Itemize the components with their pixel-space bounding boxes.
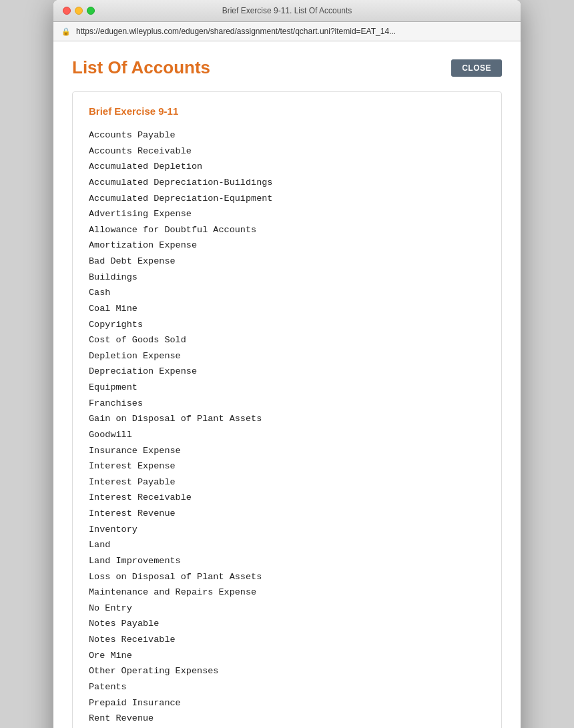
lock-icon: 🔒 bbox=[61, 27, 71, 36]
list-item: Insurance Expense bbox=[89, 443, 485, 459]
list-item: Interest Receivable bbox=[89, 490, 485, 506]
list-item: Goodwill bbox=[89, 427, 485, 443]
list-item: Ore Mine bbox=[89, 648, 485, 664]
list-item: Interest Expense bbox=[89, 458, 485, 474]
exercise-title: Brief Exercise 9-11 bbox=[89, 105, 485, 117]
list-item: Equipment bbox=[89, 380, 485, 396]
accounts-list: Accounts PayableAccounts ReceivableAccum… bbox=[89, 127, 485, 728]
list-item: Maintenance and Repairs Expense bbox=[89, 585, 485, 601]
page-header: List Of Accounts CLOSE bbox=[72, 57, 502, 78]
list-item: Bad Debt Expense bbox=[89, 254, 485, 270]
page-title: List Of Accounts bbox=[72, 57, 210, 78]
list-item: Gain on Disposal of Plant Assets bbox=[89, 411, 485, 427]
list-item: Accounts Payable bbox=[89, 127, 485, 143]
list-item: Franchises bbox=[89, 396, 485, 412]
list-item: Inventory bbox=[89, 522, 485, 538]
list-item: Depreciation Expense bbox=[89, 364, 485, 380]
close-button[interactable]: CLOSE bbox=[451, 59, 502, 77]
address-bar: 🔒 https://edugen.wileyplus.com/edugen/sh… bbox=[53, 22, 521, 41]
list-item: Rent Revenue bbox=[89, 711, 485, 727]
list-item: Cost of Goods Sold bbox=[89, 332, 485, 348]
list-item: Accumulated Depreciation-Equipment bbox=[89, 191, 485, 207]
minimize-traffic-light[interactable] bbox=[75, 7, 83, 15]
list-item: Interest Payable bbox=[89, 474, 485, 490]
list-item: Loss on Disposal of Plant Assets bbox=[89, 569, 485, 585]
list-item: Cash bbox=[89, 285, 485, 301]
list-item: Depletion Expense bbox=[89, 348, 485, 364]
list-item: No Entry bbox=[89, 601, 485, 617]
list-item: Coal Mine bbox=[89, 301, 485, 317]
list-item: Allowance for Doubtful Accounts bbox=[89, 222, 485, 238]
list-item: Land Improvements bbox=[89, 553, 485, 569]
close-traffic-light[interactable] bbox=[63, 7, 71, 15]
title-bar: Brief Exercise 9-11. List Of Accounts bbox=[53, 0, 521, 22]
list-item: Amortization Expense bbox=[89, 238, 485, 254]
list-item: Copyrights bbox=[89, 317, 485, 333]
address-text: https://edugen.wileyplus.com/edugen/shar… bbox=[76, 27, 396, 36]
list-item: Accumulated Depletion bbox=[89, 159, 485, 175]
list-item: Notes Receivable bbox=[89, 632, 485, 648]
list-item: Patents bbox=[89, 679, 485, 695]
list-item: Accounts Receivable bbox=[89, 143, 485, 159]
browser-window: Brief Exercise 9-11. List Of Accounts 🔒 … bbox=[53, 0, 521, 728]
browser-title: Brief Exercise 9-11. List Of Accounts bbox=[222, 6, 352, 15]
list-item: Buildings bbox=[89, 270, 485, 286]
list-item: Prepaid Insurance bbox=[89, 695, 485, 711]
list-item: Interest Revenue bbox=[89, 506, 485, 522]
list-item: Land bbox=[89, 537, 485, 553]
list-item: Advertising Expense bbox=[89, 206, 485, 222]
maximize-traffic-light[interactable] bbox=[87, 7, 95, 15]
list-item: Notes Payable bbox=[89, 616, 485, 632]
page-content: List Of Accounts CLOSE Brief Exercise 9-… bbox=[53, 41, 521, 728]
list-item: Accumulated Depreciation-Buildings bbox=[89, 175, 485, 191]
list-item: Other Operating Expenses bbox=[89, 663, 485, 679]
traffic-lights bbox=[63, 7, 95, 15]
accounts-box: Brief Exercise 9-11 Accounts PayableAcco… bbox=[72, 91, 502, 728]
